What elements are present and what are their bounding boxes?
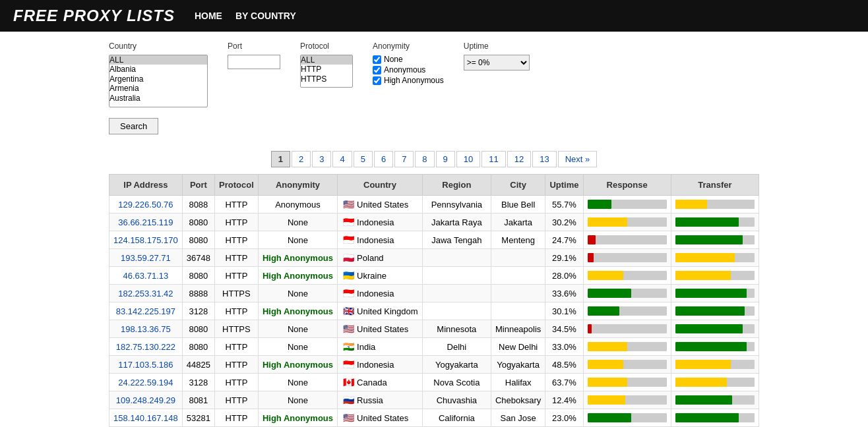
filter-section: Country ALL Albania Argentina Armenia Au… xyxy=(0,32,868,144)
transfer-bar-fill xyxy=(675,395,732,405)
table-row: 24.222.59.1943128HTTPNone🇨🇦CanadaNova Sc… xyxy=(109,374,759,391)
ip-link[interactable]: 182.253.31.42 xyxy=(118,289,173,299)
filter-row: Country ALL Albania Argentina Armenia Au… xyxy=(109,42,759,107)
response-bar xyxy=(588,306,667,316)
cell-country: 🇺🇦Ukraine xyxy=(338,267,423,285)
page-10[interactable]: 10 xyxy=(456,151,480,167)
ip-link[interactable]: 46.63.71.13 xyxy=(123,271,169,281)
cell-ip: 46.63.71.13 xyxy=(109,267,183,285)
country-flag: 🇵🇱 xyxy=(343,252,354,263)
page-11[interactable]: 11 xyxy=(481,151,505,167)
cell-country: 🇮🇩Indonesia xyxy=(338,285,423,302)
response-bar xyxy=(588,342,667,351)
response-bar-fill xyxy=(588,235,596,244)
cell-uptime: 63.7% xyxy=(545,374,583,391)
ip-link[interactable]: 158.140.167.148 xyxy=(113,413,178,423)
cell-region: Yogyakarta xyxy=(422,356,491,374)
cell-region: Delhi xyxy=(422,338,491,356)
col-protocol: Protocol xyxy=(214,175,258,196)
page-next[interactable]: Next » xyxy=(558,151,598,167)
page-3[interactable]: 3 xyxy=(312,151,331,167)
cell-country: 🇮🇩Indonesia xyxy=(338,231,423,249)
cell-protocol: HTTP xyxy=(214,267,258,285)
uptime-select[interactable]: >= 0% >= 10% >= 20% >= 50% xyxy=(464,55,530,71)
page-6[interactable]: 6 xyxy=(374,151,393,167)
cell-anonymity: High Anonymous xyxy=(258,267,337,285)
cell-anonymity: High Anonymous xyxy=(258,302,337,320)
response-bar-fill xyxy=(588,324,592,333)
cell-port: 8080 xyxy=(182,214,214,231)
page-1[interactable]: 1 xyxy=(271,151,290,167)
page-5[interactable]: 5 xyxy=(354,151,373,167)
protocol-select[interactable]: ALL HTTP HTTPS xyxy=(300,55,353,88)
cell-ip: 109.248.249.29 xyxy=(109,391,183,409)
country-name: United States xyxy=(357,324,408,334)
cell-country: 🇷🇺Russia xyxy=(338,391,423,409)
page-7[interactable]: 7 xyxy=(394,151,414,167)
anon-high-checkbox[interactable] xyxy=(373,76,381,85)
cell-ip: 182.75.130.222 xyxy=(109,338,183,356)
cell-ip: 198.13.36.75 xyxy=(109,320,183,338)
search-button[interactable]: Search xyxy=(109,118,158,134)
cell-city xyxy=(491,302,545,320)
cell-response xyxy=(583,267,671,285)
response-bar-fill xyxy=(588,200,611,209)
ip-link[interactable]: 129.226.50.76 xyxy=(118,200,173,210)
cell-ip: 124.158.175.170 xyxy=(109,231,183,249)
port-input[interactable] xyxy=(228,55,280,69)
page-8[interactable]: 8 xyxy=(415,151,434,167)
response-bar xyxy=(588,289,667,298)
response-bar-fill xyxy=(588,395,626,405)
page-9[interactable]: 9 xyxy=(436,151,455,167)
ip-link[interactable]: 83.142.225.197 xyxy=(116,306,175,316)
cell-country: 🇨🇦Canada xyxy=(338,374,423,391)
ip-link[interactable]: 193.59.27.71 xyxy=(121,253,171,263)
ip-link[interactable]: 182.75.130.222 xyxy=(116,342,175,352)
country-select[interactable]: ALL Albania Argentina Armenia Australia xyxy=(109,55,208,107)
anon-anonymous-checkbox[interactable] xyxy=(373,66,381,74)
country-name: Indonesia xyxy=(357,360,394,370)
page-12[interactable]: 12 xyxy=(507,151,531,167)
cell-ip: 117.103.5.186 xyxy=(109,356,183,374)
cell-uptime: 55.7% xyxy=(545,196,583,214)
cell-anonymity: None xyxy=(258,214,337,231)
transfer-bar xyxy=(675,253,755,262)
cell-anonymity: None xyxy=(258,391,337,409)
cell-port: 8080 xyxy=(182,338,214,356)
cell-response xyxy=(583,302,671,320)
nav-by-country[interactable]: BY COUNTRY xyxy=(235,11,296,21)
site-title: FREE PROXY LISTS xyxy=(13,7,175,25)
cell-uptime: 33.0% xyxy=(545,338,583,356)
page-2[interactable]: 2 xyxy=(292,151,311,167)
response-bar xyxy=(588,253,667,262)
page-4[interactable]: 4 xyxy=(332,151,352,167)
response-bar xyxy=(588,271,667,280)
ip-link[interactable]: 124.158.175.170 xyxy=(113,235,178,245)
cell-uptime: 12.4% xyxy=(545,391,583,409)
ip-link[interactable]: 198.13.36.75 xyxy=(121,324,171,334)
country-flag: 🇨🇦 xyxy=(343,377,354,387)
cell-city: Halifax xyxy=(491,374,545,391)
ip-link[interactable]: 109.248.249.29 xyxy=(116,395,175,405)
country-name: Russia xyxy=(357,395,383,405)
anon-none-checkbox[interactable] xyxy=(373,55,381,64)
nav-home[interactable]: HOME xyxy=(195,11,222,21)
cell-port: 8081 xyxy=(182,391,214,409)
col-region: Region xyxy=(422,175,491,196)
country-flag: 🇺🇸 xyxy=(343,413,354,423)
transfer-bar-fill xyxy=(675,200,707,209)
page-13[interactable]: 13 xyxy=(532,151,556,167)
cell-city xyxy=(491,267,545,285)
ip-link[interactable]: 36.66.215.119 xyxy=(118,217,173,227)
cell-uptime: 30.2% xyxy=(545,214,583,231)
transfer-bar xyxy=(675,360,755,369)
cell-protocol: HTTP xyxy=(214,214,258,231)
response-bar-fill xyxy=(588,306,619,316)
cell-response xyxy=(583,338,671,356)
header: FREE PROXY LISTS HOME BY COUNTRY xyxy=(0,0,868,32)
response-bar xyxy=(588,235,667,244)
ip-link[interactable]: 117.103.5.186 xyxy=(118,360,173,370)
col-country: Country xyxy=(338,175,423,196)
ip-link[interactable]: 24.222.59.194 xyxy=(118,378,173,387)
cell-protocol: HTTP xyxy=(214,249,258,267)
